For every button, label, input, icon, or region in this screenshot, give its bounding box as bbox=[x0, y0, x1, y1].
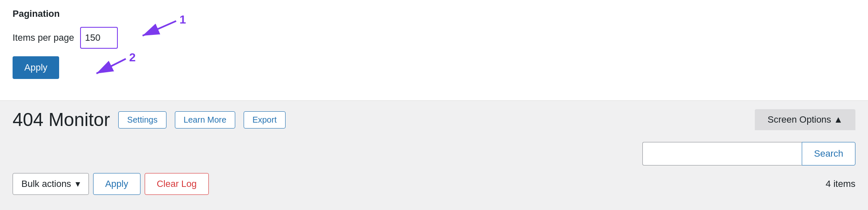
title-row: 404 Monitor Settings Learn More Export S… bbox=[13, 109, 855, 130]
screen-options-button[interactable]: Screen Options ▲ bbox=[755, 109, 855, 130]
chevron-down-icon: ▾ bbox=[75, 178, 80, 189]
clear-log-button[interactable]: Clear Log bbox=[145, 173, 209, 195]
search-row: Search bbox=[13, 142, 855, 165]
main-content-area: 404 Monitor Settings Learn More Export S… bbox=[0, 101, 868, 210]
search-button[interactable]: Search bbox=[802, 142, 855, 165]
bulk-actions-label: Bulk actions bbox=[21, 178, 71, 189]
items-per-page-row: Items per page bbox=[13, 27, 855, 49]
left-actions: Bulk actions ▾ Apply Clear Log bbox=[13, 173, 209, 195]
learn-more-button[interactable]: Learn More bbox=[175, 111, 235, 129]
bulk-actions-dropdown[interactable]: Bulk actions ▾ bbox=[13, 173, 89, 195]
screen-options-panel: Pagination Items per page Apply 1 2 bbox=[0, 0, 868, 101]
page-title: 404 Monitor bbox=[13, 110, 110, 129]
pagination-title: Pagination bbox=[13, 8, 855, 19]
annotation-svg: 1 2 bbox=[50, 13, 226, 97]
svg-text:2: 2 bbox=[129, 51, 136, 64]
apply-top-button[interactable]: Apply bbox=[13, 56, 59, 79]
export-button[interactable]: Export bbox=[244, 111, 286, 129]
items-count: 4 items bbox=[826, 178, 855, 189]
search-input[interactable] bbox=[642, 142, 802, 165]
items-per-page-label: Items per page bbox=[13, 32, 74, 43]
items-per-page-input[interactable] bbox=[80, 27, 118, 49]
apply-bottom-button[interactable]: Apply bbox=[93, 173, 140, 195]
actions-row: Bulk actions ▾ Apply Clear Log 4 items bbox=[13, 173, 855, 195]
settings-button[interactable]: Settings bbox=[118, 111, 166, 129]
title-and-buttons: 404 Monitor Settings Learn More Export bbox=[13, 110, 286, 129]
